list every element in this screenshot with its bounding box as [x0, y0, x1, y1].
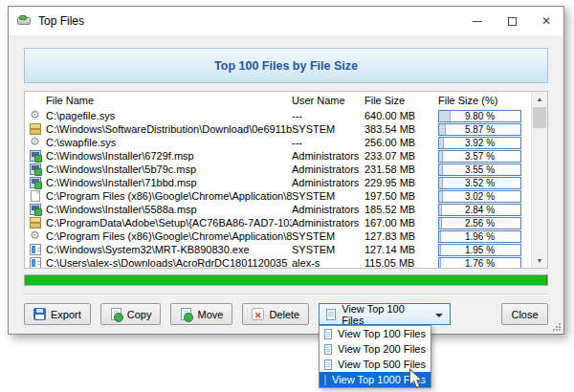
- app-file-icon: [30, 244, 41, 255]
- col-file-size-pct[interactable]: File Size (%): [438, 95, 531, 106]
- minimize-button[interactable]: [460, 7, 495, 35]
- pct-label: 1.95 %: [465, 245, 495, 255]
- files-table: File Name User Name File Size File Size …: [24, 91, 548, 269]
- file-size-cell: 115.05 MB: [364, 256, 438, 268]
- view-menu-item[interactable]: View Top 100 Files: [320, 326, 430, 341]
- scroll-up-icon[interactable]: ▲: [532, 92, 547, 106]
- file-size-pct-cell: 3.57 %: [438, 150, 521, 163]
- pct-fill-bar: [439, 111, 451, 121]
- move-icon: [181, 308, 191, 320]
- close-button[interactable]: Close: [501, 303, 548, 325]
- pct-fill-bar: [439, 124, 446, 135]
- move-button[interactable]: Move: [170, 303, 232, 325]
- file-size-cell: 640.00 MB: [364, 109, 438, 122]
- resize-grip[interactable]: [552, 322, 561, 331]
- file-size-pct-cell: 2.56 %: [438, 217, 521, 229]
- app-disk-icon: [16, 13, 32, 29]
- pct-fill-bar: [439, 178, 443, 188]
- chevron-down-icon: [435, 314, 443, 321]
- report-page-icon: [324, 359, 332, 370]
- scroll-down-icon[interactable]: ▼: [532, 253, 547, 268]
- file-size-cell: 127.83 MB: [364, 229, 438, 243]
- table-row[interactable]: C:\ProgramData\Adobe\Setup\{AC76BA86-7AD…: [25, 216, 531, 229]
- pct-fill-bar: [439, 231, 441, 242]
- user-name-cell: alex-s: [292, 256, 364, 268]
- file-name-cell: C:\swapfile.sys: [46, 136, 292, 149]
- table-row[interactable]: C:\swapfile.sys --- 256.00 MB 3.92 %: [25, 136, 531, 149]
- top-files-dialog: Top Files ✕ Top 100 Files by File Size F…: [8, 6, 564, 335]
- file-size-cell: 167.00 MB: [364, 216, 438, 229]
- delete-icon: [252, 308, 264, 320]
- table-row[interactable]: C:\Users\alex-s\Downloads\AcroRdrDC18011…: [25, 256, 531, 268]
- table-row[interactable]: C:\Program Files (x86)\Google\Chrome\App…: [25, 189, 531, 203]
- report-banner: Top 100 Files by File Size: [24, 48, 548, 83]
- package-file-icon: [30, 217, 41, 229]
- file-name-cell: C:\Windows\Installer\6729f.msp: [46, 149, 292, 163]
- user-name-cell: ---: [292, 109, 364, 122]
- file-name-cell: C:\Windows\SoftwareDistribution\Download…: [46, 122, 292, 136]
- file-size-cell: 197.50 MB: [364, 189, 438, 203]
- col-user-name[interactable]: User Name: [292, 95, 364, 106]
- menu-item-label: View Top 100 Files: [338, 328, 426, 339]
- scrollbar-thumb[interactable]: [533, 107, 546, 128]
- close-window-button[interactable]: ✕: [529, 7, 563, 35]
- maximize-button[interactable]: [495, 7, 529, 35]
- pct-fill-bar: [439, 191, 443, 202]
- table-row[interactable]: C:\pagefile.sys --- 640.00 MB 9.80 %: [25, 109, 531, 122]
- file-size-pct-cell: 3.55 %: [438, 163, 521, 176]
- user-name-cell: ---: [292, 136, 364, 149]
- file-size-cell: 127.14 MB: [364, 243, 438, 256]
- user-name-cell: Administrators: [292, 216, 364, 229]
- minimize-icon: [473, 21, 482, 22]
- pct-label: 3.55 %: [465, 164, 495, 175]
- file-size-pct-cell: 9.80 %: [438, 110, 521, 122]
- window-title: Top Files: [38, 14, 84, 28]
- footer-toolbar: Export Copy Move Delete View Top 100 Fil…: [24, 303, 548, 325]
- table-row[interactable]: C:\Windows\System32\MRT-KB890830.exe SYS…: [25, 243, 531, 256]
- scan-progress-bar: [24, 274, 548, 286]
- view-menu-item[interactable]: View Top 200 Files: [320, 341, 430, 357]
- gear-file-icon: [30, 110, 41, 121]
- report-page-icon: [324, 375, 326, 385]
- view-top-files-dropdown[interactable]: View Top 100 Files: [319, 303, 451, 325]
- file-name-cell: C:\Windows\Installer\5b79c.msp: [46, 163, 292, 176]
- table-row[interactable]: C:\Windows\Installer\5b79c.msp Administr…: [25, 163, 531, 176]
- table-row[interactable]: C:\Windows\Installer\6729f.msp Administr…: [25, 149, 531, 163]
- file-size-cell: 233.07 MB: [364, 149, 438, 163]
- delete-button-label: Delete: [269, 309, 299, 320]
- col-file-name[interactable]: File Name: [46, 95, 292, 106]
- table-row[interactable]: C:\Windows\Installer\5588a.msp Administr…: [25, 203, 531, 216]
- delete-button[interactable]: Delete: [242, 303, 309, 325]
- pct-fill-bar: [439, 151, 443, 162]
- close-icon: ✕: [541, 15, 551, 27]
- report-page-icon: [324, 344, 332, 355]
- table-row[interactable]: C:\Windows\Installer\71bbd.msp Administr…: [25, 176, 531, 189]
- col-file-size[interactable]: File Size: [364, 95, 438, 106]
- pct-label: 3.52 %: [465, 178, 495, 188]
- menu-item-label: View Top 200 Files: [338, 343, 426, 355]
- move-button-label: Move: [197, 309, 223, 320]
- copy-button[interactable]: Copy: [100, 303, 162, 325]
- vertical-scrollbar[interactable]: ▲ ▼: [531, 92, 547, 268]
- user-name-cell: SYSTEM: [292, 243, 364, 256]
- report-title: Top 100 Files by File Size: [214, 59, 358, 73]
- pct-label: 3.92 %: [465, 138, 495, 148]
- user-name-cell: Administrators: [292, 176, 364, 189]
- table-row[interactable]: C:\Program Files (x86)\Google\Chrome\App…: [25, 229, 531, 243]
- file-size-pct-cell: 1.76 %: [438, 257, 521, 269]
- export-button-label: Export: [51, 309, 81, 320]
- user-name-cell: Administrators: [292, 149, 364, 163]
- export-button[interactable]: Export: [24, 303, 91, 325]
- table-row[interactable]: C:\Windows\SoftwareDistribution\Download…: [25, 122, 531, 136]
- file-name-cell: C:\pagefile.sys: [46, 109, 292, 122]
- file-size-pct-cell: 3.52 %: [438, 177, 521, 189]
- pct-label: 1.76 %: [465, 258, 495, 269]
- user-name-cell: Administrators: [292, 203, 364, 216]
- pct-fill-bar: [439, 218, 442, 229]
- progress-fill: [25, 275, 547, 285]
- view-dropdown-label: View Top 100 Files: [342, 303, 430, 326]
- maximize-icon: [508, 17, 517, 26]
- app-file-icon: [30, 257, 41, 268]
- file-size-cell: 383.54 MB: [364, 122, 438, 136]
- gear-file-icon: [30, 137, 41, 148]
